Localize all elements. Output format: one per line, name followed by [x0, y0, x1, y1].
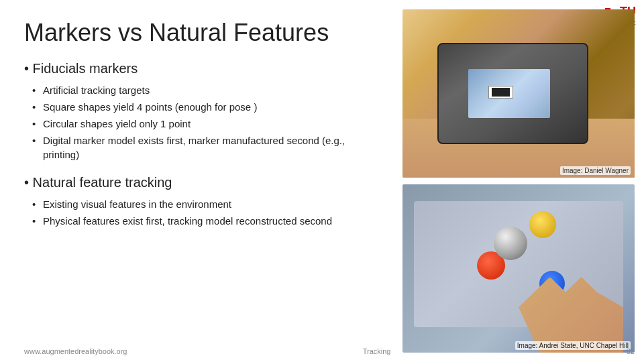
natural-bullet-2: Physical features exist first, tracking …: [31, 213, 376, 229]
disc-yellow: [529, 211, 556, 238]
image-ar-device: Image: Daniel Wagner: [402, 9, 635, 178]
ar-marker: [488, 86, 513, 98]
footer-page: 32: [627, 347, 635, 355]
device-screen: [468, 69, 549, 118]
image-discs: Image: Andrei State, UNC Chapel Hill: [402, 184, 635, 353]
fiducials-bullet-list: Artificial tracking targets Square shape…: [24, 82, 376, 163]
fiducials-section-header: • Fiducials markers: [24, 61, 376, 76]
footer-topic: Tracking: [363, 347, 391, 355]
fiducials-bullet-1: Artificial tracking targets: [31, 82, 376, 99]
left-panel: Markers vs Natural Features • Fiducials …: [0, 0, 396, 362]
fiducials-bullet-2: Square shapes yield 4 points (enough for…: [31, 99, 376, 115]
natural-bullet-list: Existing visual features in the environm…: [24, 196, 376, 229]
device-shape: [437, 43, 588, 144]
natural-bullet-1: Existing visual features in the environm…: [31, 196, 376, 213]
image1-caption: Image: Daniel Wagner: [560, 166, 631, 175]
sphere-object: [494, 227, 527, 260]
footer: www.augmentedrealitybook.org Tracking 32: [24, 347, 635, 355]
fiducials-bullet-4: Digital marker model exists first, marke…: [31, 132, 376, 163]
slide-content: Markers vs Natural Features • Fiducials …: [0, 0, 644, 362]
footer-website: www.augmentedrealitybook.org: [24, 347, 127, 355]
right-panel: Image: Daniel Wagner Image: Andrei State…: [396, 0, 644, 362]
fiducials-bullet-3: Circular shapes yield only 1 point: [31, 115, 376, 132]
natural-section-header: • Natural feature tracking: [24, 175, 376, 190]
slide-title: Markers vs Natural Features: [24, 19, 376, 46]
